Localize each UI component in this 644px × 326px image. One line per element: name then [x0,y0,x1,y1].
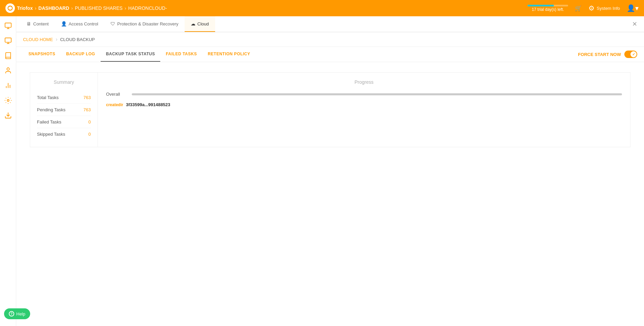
system-info-label: System Info [597,6,620,11]
sidebar-item-monitor[interactable] [1,34,15,47]
tab-access-control[interactable]: 👤 Access Control [55,16,104,32]
svg-rect-1 [5,38,11,42]
progress-panel: Progress Overall createdir 3f33599a...99… [98,72,630,147]
breadcrumb: CLOUD HOME › CLOUD BACKUP [16,32,644,47]
summary-pending-label: Pending Tasks [37,107,65,112]
help-circle-icon: ? [9,311,14,317]
tab-protection[interactable]: 🛡 Protection & Disaster Recovery [104,16,185,32]
summary-total-value: 763 [83,95,91,100]
cart-icon[interactable]: 🛒 [575,5,582,12]
summary-panel: Summary Total Tasks 763 Pending Tasks 76… [30,72,98,147]
sidebar-item-users[interactable] [1,64,15,77]
main-content: 🖥 Content 👤 Access Control 🛡 Protection … [16,16,644,326]
tab-access-label: Access Control [69,21,98,26]
protection-tab-icon: 🛡 [110,21,115,26]
content-area: Summary Total Tasks 763 Pending Tasks 76… [16,62,644,157]
cloud-tab-icon: ☁ [191,21,195,26]
summary-row-failed: Failed Tasks 0 [37,116,91,128]
summary-skipped-value: 0 [88,132,91,137]
sidebar [0,16,16,326]
nav-dashboard[interactable]: DASHBOARD [38,5,69,11]
sub-tab-backup-task-status[interactable]: BACKUP TASK STATUS [101,47,161,62]
close-tab-button[interactable]: ✕ [632,21,637,27]
svg-point-2 [7,68,9,70]
tab-cloud[interactable]: ☁ Cloud [185,16,215,32]
progress-overall-label: Overall [106,92,126,97]
sidebar-item-analytics[interactable] [1,79,15,92]
breadcrumb-current: CLOUD BACKUP [60,37,95,42]
svg-rect-0 [5,23,11,27]
nav-breadcrumb: Triofox › DASHBOARD › PUBLISHED SHARES ›… [5,3,167,13]
progress-title: Progress [106,79,622,85]
force-start-label: FORCE START NOW [578,52,621,57]
content-tab-icon: 🖥 [26,21,31,26]
toggle-knob: ✓ [630,51,637,57]
summary-row-skipped: Skipped Tasks 0 [37,128,91,140]
brand-logo [5,3,15,13]
sub-tab-bar: SNAPSHOTS BACKUP LOG BACKUP TASK STATUS … [16,47,644,62]
summary-failed-label: Failed Tasks [37,119,61,124]
trial-progress-fill [527,5,554,6]
created-value: 3f33599a...991488523 [126,102,170,107]
summary-title: Summary [37,79,91,85]
progress-bar-fill [132,93,622,95]
progress-bar [132,93,622,95]
created-label: createdir [106,102,123,107]
sub-tab-failed-tasks[interactable]: FAILED TASKS [160,47,202,62]
summary-row-pending: Pending Tasks 763 [37,104,91,116]
nav-right: 17 trial day(s) left. 🛒 ⚙ System Info 👤▾ [527,4,639,12]
summary-failed-value: 0 [88,119,91,124]
trial-progress-bar [527,5,568,6]
sub-tab-backup-log[interactable]: BACKUP LOG [61,47,100,62]
summary-skipped-label: Skipped Tasks [37,132,65,137]
access-tab-icon: 👤 [61,21,67,26]
trial-info: 17 trial day(s) left. [527,5,568,12]
svg-point-6 [7,99,9,101]
sidebar-item-settings[interactable] [1,94,15,107]
brand-name: Triofox [17,5,33,11]
tab-cloud-label: Cloud [198,21,209,26]
tab-content[interactable]: 🖥 Content [20,16,55,32]
user-account-button[interactable]: 👤▾ [627,4,639,12]
sub-tab-snapshots[interactable]: SNAPSHOTS [23,47,61,62]
sidebar-item-download[interactable] [1,109,15,122]
toggle-check-icon: ✓ [632,52,635,57]
force-start-toggle[interactable]: ✓ [624,51,637,58]
summary-row-total: Total Tasks 763 [37,92,91,104]
force-start-button[interactable]: FORCE START NOW ✓ [578,51,637,58]
help-button[interactable]: ? Help [4,308,30,319]
nav-hadroncloud: HADRONCLOUD- [128,5,167,11]
help-label: Help [16,311,25,317]
top-navbar: Triofox › DASHBOARD › PUBLISHED SHARES ›… [0,0,644,16]
sidebar-item-book[interactable] [1,49,15,62]
nav-published-shares: PUBLISHED SHARES [75,5,123,11]
tab-protection-label: Protection & Disaster Recovery [117,21,179,26]
summary-total-label: Total Tasks [37,95,59,100]
summary-pending-value: 763 [83,107,91,112]
breadcrumb-home[interactable]: CLOUD HOME [23,37,53,42]
tab-content-label: Content [33,21,49,26]
progress-created-row: createdir 3f33599a...991488523 [106,102,622,107]
trial-text: 17 trial day(s) left. [532,7,564,12]
sub-tab-retention-policy[interactable]: RETENTION POLICY [202,47,255,62]
progress-overall-row: Overall [106,92,622,97]
settings-icon: ⚙ [588,4,595,12]
system-info-button[interactable]: ⚙ System Info [588,4,620,12]
tab-bar: 🖥 Content 👤 Access Control 🛡 Protection … [16,16,644,32]
sidebar-item-share[interactable] [1,19,15,33]
breadcrumb-separator: › [56,36,57,42]
